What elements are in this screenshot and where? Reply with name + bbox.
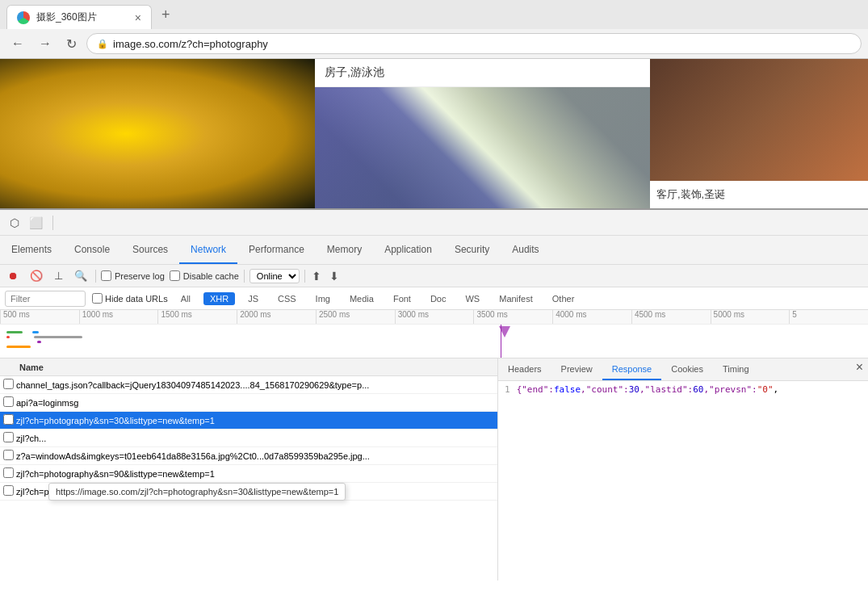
tab-console[interactable]: Console: [63, 236, 121, 264]
network-panel-body: Name channel_tags.json?callback=jQuery18…: [0, 358, 868, 581]
request-item-3[interactable]: zjl?ch...: [0, 430, 497, 447]
disable-cache-text: Disable cache: [183, 271, 239, 281]
request-item-5[interactable]: zjl?ch=photography&sn=90&listtype=new&te…: [0, 465, 497, 483]
throttle-select[interactable]: Online: [249, 269, 300, 283]
devtools-tabs: Elements Console Sources Network Perform…: [0, 236, 868, 265]
row-checkbox-0: [3, 379, 16, 391]
detail-tabs: Headers Preview Response Cookies Timing: [498, 358, 868, 381]
detail-tab-preview[interactable]: Preview: [551, 358, 602, 380]
detail-tab-response[interactable]: Response: [602, 358, 662, 380]
reload-btn[interactable]: ↻: [61, 35, 82, 53]
filter-ws-btn[interactable]: WS: [459, 292, 486, 305]
hide-data-urls-checkbox[interactable]: [92, 293, 103, 304]
preserve-log-checkbox[interactable]: [101, 270, 111, 281]
detail-close-btn[interactable]: ×: [856, 360, 863, 375]
tab-favicon: [17, 11, 30, 24]
request-item-0[interactable]: channel_tags.json?callback=jQuery1830409…: [0, 376, 497, 394]
request-name-4: z?a=windowAds&imgkeys=t01eeb641da88e3156…: [16, 451, 494, 461]
network-toolbar: ⏺ 🚫 ⊥ 🔍 Preserve log Disable cache Onlin…: [0, 265, 868, 287]
mark-6: 3500 ms: [473, 310, 552, 324]
filter-btn[interactable]: ⊥: [51, 268, 66, 283]
tab-sources[interactable]: Sources: [121, 236, 179, 264]
timeline[interactable]: 500 ms 1000 ms 1500 ms 2000 ms 2500 ms 3…: [0, 310, 868, 358]
toolbar-div1: [95, 270, 96, 283]
row-checkbox-1: [3, 396, 16, 409]
disable-cache-label: Disable cache: [170, 270, 239, 281]
hide-data-urls-text: Hide data URLs: [105, 294, 168, 304]
json-count-key: ,"count":: [581, 384, 629, 395]
filter-js-btn[interactable]: JS: [241, 292, 265, 305]
json-rest: ,: [774, 384, 779, 395]
upload-icon[interactable]: ⬆: [310, 268, 323, 284]
tab-network[interactable]: Network: [179, 236, 237, 264]
tab-elements[interactable]: Elements: [0, 236, 63, 264]
disable-cache-checkbox[interactable]: [170, 270, 180, 281]
back-btn[interactable]: ←: [6, 35, 29, 52]
right-label: 客厅,装饰,圣诞: [650, 181, 868, 208]
request-item-1[interactable]: api?a=loginmsg: [0, 394, 497, 412]
mark-8: 4500 ms: [631, 310, 711, 324]
forward-btn[interactable]: →: [34, 35, 57, 52]
search-btn[interactable]: 🔍: [71, 268, 90, 283]
row-checkbox-2: [3, 414, 16, 426]
toolbar-div3: [304, 270, 305, 283]
filter-input[interactable]: [5, 291, 86, 307]
tab-security[interactable]: Security: [443, 236, 501, 264]
detail-tab-timing[interactable]: Timing: [713, 358, 759, 380]
download-icon[interactable]: ⬇: [328, 268, 341, 284]
filter-img-btn[interactable]: Img: [309, 292, 337, 305]
timeline-bar-3: [32, 331, 39, 333]
timeline-bar-6: [6, 346, 31, 348]
right-top-image: [650, 59, 868, 181]
browser-tab[interactable]: 摄影_360图片 ×: [6, 5, 152, 29]
detail-tab-cookies[interactable]: Cookies: [661, 358, 713, 380]
request-item-4[interactable]: z?a=windowAds&imgkeys=t01eeb641da88e3156…: [0, 447, 497, 465]
request-item-2[interactable]: zjl?ch=photography&sn=30&listtype=new&te…: [0, 412, 497, 430]
lock-icon: 🔒: [97, 39, 108, 49]
json-prevsn-key: ,"prevsn":: [703, 384, 757, 395]
clear-btn[interactable]: 🚫: [27, 268, 46, 283]
pillow-overlay: [315, 87, 650, 208]
mark-1: 1000 ms: [79, 310, 158, 324]
filter-doc-btn[interactable]: Doc: [424, 292, 453, 305]
new-tab-btn[interactable]: +: [155, 6, 177, 23]
name-header: Name: [16, 363, 47, 372]
url-bar[interactable]: 🔒 image.so.com/z?ch=photography: [86, 33, 862, 54]
filter-media-btn[interactable]: Media: [343, 292, 380, 305]
browser-chrome: 摄影_360图片 × + ← → ↻ 🔒 image.so.com/z?ch=p…: [0, 0, 868, 59]
filter-all-btn[interactable]: All: [174, 292, 197, 305]
tab-title: 摄影_360图片: [36, 10, 128, 24]
filter-css-btn[interactable]: CSS: [271, 292, 303, 305]
request-tooltip: https://image.so.com/zjl?ch=photography&…: [48, 483, 346, 501]
row-checkbox-5: [3, 467, 16, 480]
timeline-bar-5: [37, 341, 41, 343]
hide-data-urls-label: Hide data URLs: [92, 293, 168, 304]
request-name-0: channel_tags.json?callback=jQuery1830409…: [16, 380, 494, 390]
detail-panel: × Headers Preview Response Cookies Timin…: [498, 358, 868, 581]
device-toolbar-btn[interactable]: ⬜: [26, 213, 46, 233]
inspect-element-btn[interactable]: ⬡: [6, 213, 23, 233]
timeline-content: [0, 325, 868, 358]
detail-tab-headers[interactable]: Headers: [498, 358, 551, 380]
secondary-image: [315, 87, 650, 208]
request-name-2: zjl?ch=photography&sn=30&listtype=new&te…: [16, 416, 494, 425]
record-btn[interactable]: ⏺: [5, 268, 22, 283]
tab-application[interactable]: Application: [373, 236, 443, 264]
json-count-val: 30: [629, 384, 639, 395]
tab-performance[interactable]: Performance: [237, 236, 316, 264]
preserve-log-label: Preserve log: [101, 270, 165, 281]
tab-close-btn[interactable]: ×: [135, 11, 141, 24]
mark-3: 2000 ms: [237, 310, 316, 324]
json-prevsn-val: "0": [757, 384, 774, 395]
filter-xhr-btn[interactable]: XHR: [203, 292, 235, 305]
json-end-val: false: [554, 384, 581, 395]
toolbar-div2: [244, 270, 245, 283]
filter-font-btn[interactable]: Font: [387, 292, 417, 305]
filter-other-btn[interactable]: Other: [546, 292, 581, 305]
json-lastid-key: ,"lastid":: [639, 384, 693, 395]
tab-audits[interactable]: Audits: [501, 236, 550, 264]
filter-manifest-btn[interactable]: Manifest: [493, 292, 539, 305]
tab-memory[interactable]: Memory: [316, 236, 373, 264]
row-checkbox-4: [3, 450, 16, 462]
mark-5: 3000 ms: [395, 310, 474, 324]
